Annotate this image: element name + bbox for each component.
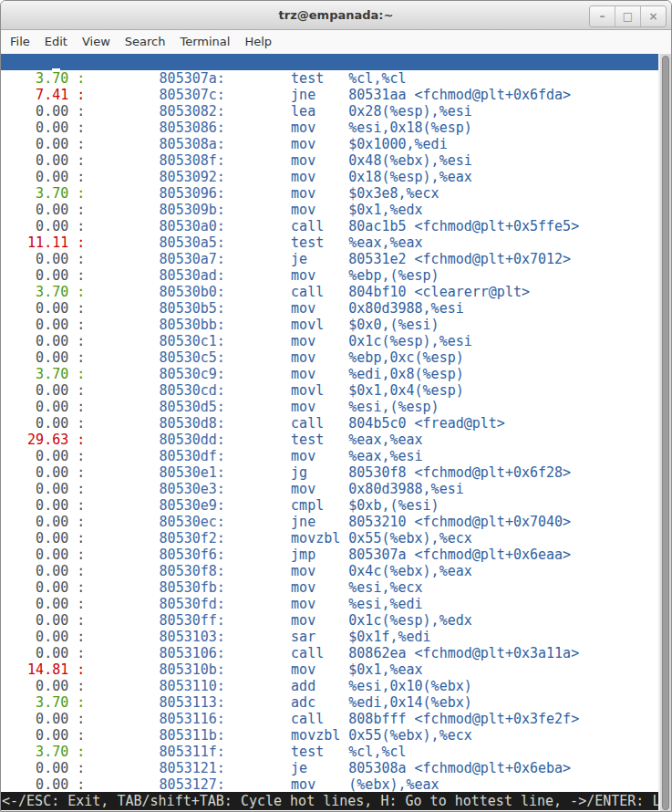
asm-row[interactable]: 0.00 : 80530f8: mov 0x4c(%ebx),%eax — [1, 563, 671, 579]
sample-percent: 0.00 : — [3, 464, 93, 481]
asm-row[interactable]: 0.00 : 8053106: call 80862ea <fchmod@plt… — [1, 645, 671, 661]
sample-percent: 3.70 : — [3, 70, 93, 87]
instruction-text: je 805308a <fchmod@plt+0x6eba> — [225, 760, 571, 776]
asm-row[interactable]: 0.00 : 80530d8: call 804b5c0 <fread@plt> — [1, 415, 671, 432]
asm-row[interactable]: 0.00 : 8053110: add %esi,0x10(%ebx) — [1, 678, 671, 694]
sample-percent: 0.00 : — [3, 152, 93, 169]
asm-row[interactable]: 0.00 : 80530c5: mov %ebp,0xc(%esp) — [1, 349, 671, 366]
instruction-address: 80530e3: — [93, 481, 225, 497]
instruction-text: mov $0x3e8,%ecx — [225, 185, 439, 202]
menu-item-file[interactable]: File — [3, 30, 37, 54]
instruction-text: call 808bfff <fchmod@plt+0x3fe2f> — [225, 711, 579, 727]
scrollbar[interactable] — [658, 54, 671, 812]
instruction-address: 80530c9: — [93, 366, 225, 382]
sample-percent: 0.00 : — [3, 218, 93, 234]
asm-row[interactable]: 0.00 : 805308f: mov 0x48(%ebx),%esi — [1, 152, 671, 169]
instruction-text: jmp 805307a <fchmod@plt+0x6eaa> — [225, 547, 571, 563]
asm-row[interactable]: 0.00 : 80530bb: movl $0x0,(%esi) — [1, 317, 671, 333]
title-bar[interactable]: trz@empanada:~ –□× — [1, 1, 671, 30]
instruction-address: 80530fd: — [93, 596, 225, 612]
asm-row[interactable]: 0.00 : 80530cd: movl $0x1,0x4(%esp) — [1, 382, 671, 399]
instruction-address: 80530ad: — [93, 267, 225, 284]
asm-row[interactable]: 0.00 : 80530c1: mov 0x1c(%esp),%esi — [1, 333, 671, 349]
instruction-address: 80530f6: — [93, 547, 225, 563]
minimize-button[interactable]: – — [590, 6, 615, 26]
asm-row[interactable]: 0.00 : 80530df: mov %eax,%esi — [1, 448, 671, 464]
instruction-address: 8053116: — [93, 711, 225, 727]
asm-row[interactable]: 3.70 : 80530c9: mov %edi,0x8(%esp) — [1, 366, 671, 382]
sample-percent: 0.00 : — [3, 629, 93, 645]
instruction-address: 805309b: — [93, 202, 225, 218]
instruction-address: 80530fb: — [93, 579, 225, 596]
instruction-text: mov 0x48(%ebx),%esi — [225, 152, 472, 169]
asm-row[interactable]: 11.11 : 80530a5: test %eax,%eax — [1, 234, 671, 251]
menu-item-view[interactable]: View — [75, 30, 118, 54]
sample-percent: 0.00 : — [3, 169, 93, 185]
instruction-address: 8053096: — [93, 185, 225, 202]
asm-row[interactable]: 0.00 : 8053082: lea 0x28(%esp),%esi — [1, 103, 671, 120]
sample-percent: 0.00 : — [3, 448, 93, 464]
instruction-address: 80530a7: — [93, 251, 225, 267]
asm-row[interactable]: 0.00 : 80530f6: jmp 805307a <fchmod@plt+… — [1, 547, 671, 563]
asm-row[interactable]: 0.00 : 80530d5: mov %esi,(%esp) — [1, 399, 671, 415]
instruction-text: je 80531e2 <fchmod@plt+0x7012> — [225, 251, 571, 267]
instruction-text: call 80ac1b5 <fchmod@plt+0x5ffe5> — [225, 218, 579, 234]
asm-row[interactable]: 3.70 : 805311f: test %cl,%cl — [1, 744, 671, 760]
asm-row[interactable]: 0.00 : 80530a0: call 80ac1b5 <fchmod@plt… — [1, 218, 671, 234]
asm-row[interactable]: 0.00 : 80530b5: mov 0x80d3988,%esi — [1, 300, 671, 317]
asm-row[interactable]: 3.70 : 8053096: mov $0x3e8,%ecx — [1, 185, 671, 202]
sample-percent: 0.00 : — [3, 103, 93, 120]
menu-item-edit[interactable]: Edit — [37, 30, 75, 54]
menu-item-search[interactable]: Search — [118, 30, 173, 54]
asm-row[interactable]: 3.70 : 80530b0: call 804bf10 <clearerr@p… — [1, 284, 671, 300]
sample-percent: 29.63 : — [3, 432, 93, 448]
asm-row[interactable]: 0.00 : 80530e1: jg 80530f8 <fchmod@plt+0… — [1, 464, 671, 481]
instruction-address: 80530bb: — [93, 317, 225, 333]
asm-row[interactable]: 0.00 : 8053092: mov 0x18(%esp),%eax — [1, 169, 671, 185]
asm-row[interactable]: 7.41 : 805307c: jne 80531aa <fchmod@plt+… — [1, 87, 671, 103]
menu-item-terminal[interactable]: Terminal — [172, 30, 237, 54]
asm-row[interactable]: 0.00 : 8053116: call 808bfff <fchmod@plt… — [1, 711, 671, 727]
status-help-text: <-/ESC: Exit, TAB/shift+TAB: Cycle hot l… — [2, 793, 658, 809]
asm-row[interactable]: 0.00 : 8053121: je 805308a <fchmod@plt+0… — [1, 760, 671, 776]
maximize-button[interactable]: □ — [615, 6, 640, 26]
terminal-viewport[interactable]: udhcpc main 3.70 : 805307a: test %cl,%cl… — [1, 54, 671, 812]
sample-percent: 0.00 : — [3, 399, 93, 415]
asm-row[interactable]: 3.70 : 805307a: test %cl,%cl — [1, 70, 671, 87]
asm-row[interactable]: 29.63 : 80530dd: test %eax,%eax — [1, 432, 671, 448]
sample-percent: 0.00 : — [3, 136, 93, 152]
asm-row[interactable]: 0.00 : 80530a7: je 80531e2 <fchmod@plt+0… — [1, 251, 671, 267]
asm-row[interactable]: 0.00 : 80530fd: mov %esi,%edi — [1, 596, 671, 612]
asm-row[interactable]: 3.70 : 8053113: adc %edi,0x14(%ebx) — [1, 694, 671, 711]
asm-row[interactable]: 14.81 : 805310b: mov $0x1,%eax — [1, 661, 671, 678]
instruction-text: jne 8053210 <fchmod@plt+0x7040> — [225, 514, 571, 530]
sample-percent: 0.00 : — [3, 251, 93, 267]
menu-item-help[interactable]: Help — [237, 30, 279, 54]
asm-row[interactable]: 0.00 : 8053086: mov %esi,0x18(%esp) — [1, 120, 671, 136]
instruction-text: adc %edi,0x14(%ebx) — [225, 694, 472, 711]
sample-percent: 0.00 : — [3, 563, 93, 579]
asm-row[interactable]: 0.00 : 80530fb: mov %esi,%ecx — [1, 579, 671, 596]
instruction-address: 80530e1: — [93, 464, 225, 481]
asm-row[interactable]: 0.00 : 80530e9: cmpl $0xb,(%esi) — [1, 497, 671, 514]
asm-row[interactable]: 0.00 : 80530ad: mov %ebp,(%esp) — [1, 267, 671, 284]
asm-row[interactable]: 0.00 : 8053103: sar $0x1f,%edi — [1, 629, 671, 645]
instruction-text: test %cl,%cl — [225, 70, 407, 87]
instruction-text: mov $0x1,%eax — [225, 661, 423, 678]
asm-row[interactable]: 0.00 : 80530ff: mov 0x1c(%esp),%edx — [1, 612, 671, 629]
scrollbar-thumb[interactable] — [662, 56, 669, 810]
instruction-address: 80530b0: — [93, 284, 225, 300]
asm-row[interactable]: 0.00 : 805309b: mov $0x1,%edx — [1, 202, 671, 218]
asm-row[interactable]: 0.00 : 805311b: movzbl 0x55(%ebx),%ecx — [1, 727, 671, 744]
instruction-address: 80530c5: — [93, 349, 225, 366]
asm-row[interactable]: 0.00 : 8053127: mov (%ebx),%eax — [1, 776, 671, 793]
instruction-text: movl $0x0,(%esi) — [225, 317, 439, 333]
sample-percent: 3.70 : — [3, 694, 93, 711]
instruction-address: 8053110: — [93, 678, 225, 694]
asm-row[interactable]: 0.00 : 80530ec: jne 8053210 <fchmod@plt+… — [1, 514, 671, 530]
instruction-text: test %cl,%cl — [225, 744, 407, 760]
asm-row[interactable]: 0.00 : 805308a: mov $0x1000,%edi — [1, 136, 671, 152]
asm-row[interactable]: 0.00 : 80530f2: movzbl 0x55(%ebx),%ecx — [1, 530, 671, 547]
close-button[interactable]: × — [640, 6, 666, 26]
asm-row[interactable]: 0.00 : 80530e3: mov 0x80d3988,%esi — [1, 481, 671, 497]
